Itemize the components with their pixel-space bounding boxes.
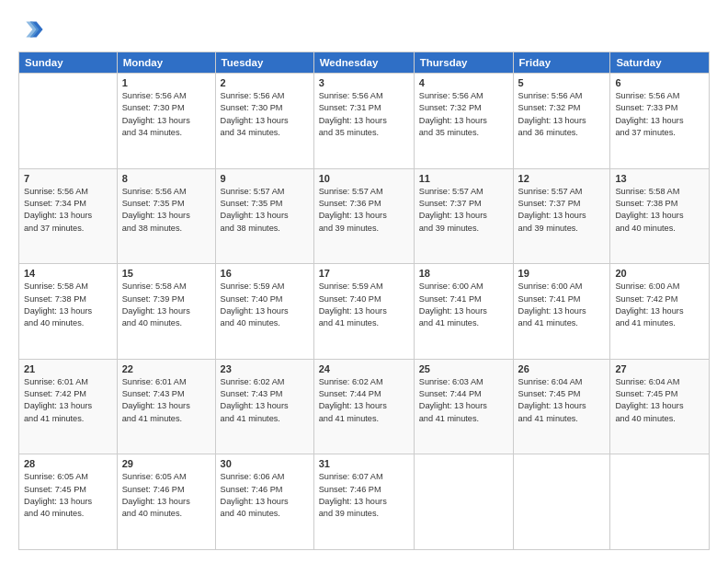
day-number: 17 (319, 268, 409, 279)
cell-2-6: 12Sunrise: 5:57 AM Sunset: 7:37 PM Dayli… (513, 168, 610, 264)
week-row-2: 7Sunrise: 5:56 AM Sunset: 7:34 PM Daylig… (19, 168, 710, 264)
cell-1-5: 4Sunrise: 5:56 AM Sunset: 7:32 PM Daylig… (414, 74, 513, 169)
day-number: 24 (319, 363, 409, 374)
col-header-tuesday: Tuesday (215, 52, 313, 74)
cell-text: Sunrise: 6:06 AM Sunset: 7:46 PM Dayligh… (221, 471, 309, 520)
cell-text: Sunrise: 6:01 AM Sunset: 7:43 PM Dayligh… (122, 376, 210, 425)
cell-2-1: 7Sunrise: 5:56 AM Sunset: 7:34 PM Daylig… (19, 168, 118, 264)
col-header-saturday: Saturday (610, 52, 710, 74)
cell-4-6: 26Sunrise: 6:04 AM Sunset: 7:45 PM Dayli… (513, 359, 610, 454)
cell-text: Sunrise: 5:58 AM Sunset: 7:38 PM Dayligh… (615, 186, 704, 235)
cell-text: Sunrise: 6:04 AM Sunset: 7:45 PM Dayligh… (518, 376, 606, 425)
cell-text: Sunrise: 5:56 AM Sunset: 7:30 PM Dayligh… (122, 90, 210, 139)
cell-text: Sunrise: 5:56 AM Sunset: 7:32 PM Dayligh… (518, 90, 606, 139)
cell-2-2: 8Sunrise: 5:56 AM Sunset: 7:35 PM Daylig… (117, 168, 215, 264)
cell-text: Sunrise: 6:02 AM Sunset: 7:44 PM Dayligh… (319, 376, 409, 425)
week-row-4: 21Sunrise: 6:01 AM Sunset: 7:42 PM Dayli… (19, 359, 710, 454)
day-number: 7 (24, 173, 112, 184)
cell-3-2: 15Sunrise: 5:58 AM Sunset: 7:39 PM Dayli… (117, 264, 215, 360)
col-header-wednesday: Wednesday (313, 52, 414, 74)
day-number: 5 (518, 77, 606, 88)
day-number: 19 (518, 268, 606, 279)
cell-text: Sunrise: 6:05 AM Sunset: 7:46 PM Dayligh… (122, 471, 210, 520)
cell-4-4: 24Sunrise: 6:02 AM Sunset: 7:44 PM Dayli… (313, 359, 414, 454)
cell-1-3: 2Sunrise: 5:56 AM Sunset: 7:30 PM Daylig… (215, 74, 313, 169)
day-number: 20 (615, 268, 704, 279)
cell-text: Sunrise: 5:56 AM Sunset: 7:32 PM Dayligh… (419, 90, 508, 139)
cell-5-3: 30Sunrise: 6:06 AM Sunset: 7:46 PM Dayli… (215, 454, 313, 550)
cell-text: Sunrise: 5:58 AM Sunset: 7:38 PM Dayligh… (24, 281, 112, 329)
cell-text: Sunrise: 5:57 AM Sunset: 7:36 PM Dayligh… (319, 186, 409, 235)
cell-text: Sunrise: 5:57 AM Sunset: 7:37 PM Dayligh… (518, 186, 606, 235)
day-number: 2 (221, 77, 309, 88)
cell-2-5: 11Sunrise: 5:57 AM Sunset: 7:37 PM Dayli… (414, 168, 513, 264)
cell-2-7: 13Sunrise: 5:58 AM Sunset: 7:38 PM Dayli… (610, 168, 710, 264)
day-number: 25 (419, 363, 508, 374)
cell-4-5: 25Sunrise: 6:03 AM Sunset: 7:44 PM Dayli… (414, 359, 513, 454)
day-number: 12 (518, 173, 606, 184)
cell-4-2: 22Sunrise: 6:01 AM Sunset: 7:43 PM Dayli… (117, 359, 215, 454)
day-number: 26 (518, 363, 606, 374)
cell-3-3: 16Sunrise: 5:59 AM Sunset: 7:40 PM Dayli… (215, 264, 313, 360)
cell-4-3: 23Sunrise: 6:02 AM Sunset: 7:43 PM Dayli… (215, 359, 313, 454)
cell-1-2: 1Sunrise: 5:56 AM Sunset: 7:30 PM Daylig… (117, 74, 215, 169)
cell-5-6 (513, 454, 610, 550)
cell-4-1: 21Sunrise: 6:01 AM Sunset: 7:42 PM Dayli… (19, 359, 118, 454)
cell-text: Sunrise: 5:56 AM Sunset: 7:33 PM Dayligh… (615, 90, 704, 139)
logo (18, 17, 48, 42)
cell-text: Sunrise: 5:56 AM Sunset: 7:35 PM Dayligh… (122, 186, 210, 235)
cell-5-2: 29Sunrise: 6:05 AM Sunset: 7:46 PM Dayli… (117, 454, 215, 550)
day-number: 23 (221, 363, 309, 374)
day-number: 21 (24, 363, 112, 374)
cell-text: Sunrise: 5:58 AM Sunset: 7:39 PM Dayligh… (122, 281, 210, 329)
day-number: 27 (615, 363, 704, 374)
day-number: 1 (122, 77, 210, 88)
week-row-1: 1Sunrise: 5:56 AM Sunset: 7:30 PM Daylig… (19, 74, 710, 169)
col-header-friday: Friday (513, 52, 610, 74)
cell-text: Sunrise: 5:59 AM Sunset: 7:40 PM Dayligh… (221, 281, 309, 329)
cell-5-4: 31Sunrise: 6:07 AM Sunset: 7:46 PM Dayli… (313, 454, 414, 550)
day-number: 11 (419, 173, 508, 184)
cell-text: Sunrise: 6:00 AM Sunset: 7:41 PM Dayligh… (419, 281, 508, 329)
cell-text: Sunrise: 5:59 AM Sunset: 7:40 PM Dayligh… (319, 281, 409, 329)
cell-3-7: 20Sunrise: 6:00 AM Sunset: 7:42 PM Dayli… (610, 264, 710, 360)
day-number: 6 (615, 77, 704, 88)
cell-text: Sunrise: 6:00 AM Sunset: 7:42 PM Dayligh… (615, 281, 704, 329)
cell-1-1 (19, 74, 118, 169)
day-number: 16 (221, 268, 309, 279)
cell-text: Sunrise: 5:57 AM Sunset: 7:35 PM Dayligh… (221, 186, 309, 235)
cell-5-7 (610, 454, 710, 550)
cell-1-7: 6Sunrise: 5:56 AM Sunset: 7:33 PM Daylig… (610, 74, 710, 169)
page: SundayMondayTuesdayWednesdayThursdayFrid… (0, 0, 728, 563)
day-number: 18 (419, 268, 508, 279)
cell-text: Sunrise: 6:03 AM Sunset: 7:44 PM Dayligh… (419, 376, 508, 425)
logo-icon (18, 17, 44, 42)
day-number: 10 (319, 173, 409, 184)
cell-2-4: 10Sunrise: 5:57 AM Sunset: 7:36 PM Dayli… (313, 168, 414, 264)
cell-3-4: 17Sunrise: 5:59 AM Sunset: 7:40 PM Dayli… (313, 264, 414, 360)
cell-5-1: 28Sunrise: 6:05 AM Sunset: 7:45 PM Dayli… (19, 454, 118, 550)
header (18, 17, 710, 42)
cell-text: Sunrise: 5:56 AM Sunset: 7:31 PM Dayligh… (319, 90, 409, 139)
day-number: 4 (419, 77, 508, 88)
col-header-sunday: Sunday (19, 52, 118, 74)
day-number: 31 (319, 458, 409, 469)
cell-2-3: 9Sunrise: 5:57 AM Sunset: 7:35 PM Daylig… (215, 168, 313, 264)
day-number: 9 (221, 173, 309, 184)
day-number: 29 (122, 458, 210, 469)
calendar-table: SundayMondayTuesdayWednesdayThursdayFrid… (18, 52, 710, 550)
week-row-5: 28Sunrise: 6:05 AM Sunset: 7:45 PM Dayli… (19, 454, 710, 550)
cell-1-6: 5Sunrise: 5:56 AM Sunset: 7:32 PM Daylig… (513, 74, 610, 169)
day-number: 13 (615, 173, 704, 184)
col-header-thursday: Thursday (414, 52, 513, 74)
cell-3-1: 14Sunrise: 5:58 AM Sunset: 7:38 PM Dayli… (19, 264, 118, 360)
cell-text: Sunrise: 6:00 AM Sunset: 7:41 PM Dayligh… (518, 281, 606, 329)
day-number: 3 (319, 77, 409, 88)
cell-3-5: 18Sunrise: 6:00 AM Sunset: 7:41 PM Dayli… (414, 264, 513, 360)
cell-text: Sunrise: 6:04 AM Sunset: 7:45 PM Dayligh… (615, 376, 704, 425)
cell-text: Sunrise: 5:56 AM Sunset: 7:34 PM Dayligh… (24, 186, 112, 235)
cell-text: Sunrise: 5:56 AM Sunset: 7:30 PM Dayligh… (221, 90, 309, 139)
cell-text: Sunrise: 6:01 AM Sunset: 7:42 PM Dayligh… (24, 376, 112, 425)
day-number: 14 (24, 268, 112, 279)
cell-text: Sunrise: 6:07 AM Sunset: 7:46 PM Dayligh… (319, 471, 409, 520)
